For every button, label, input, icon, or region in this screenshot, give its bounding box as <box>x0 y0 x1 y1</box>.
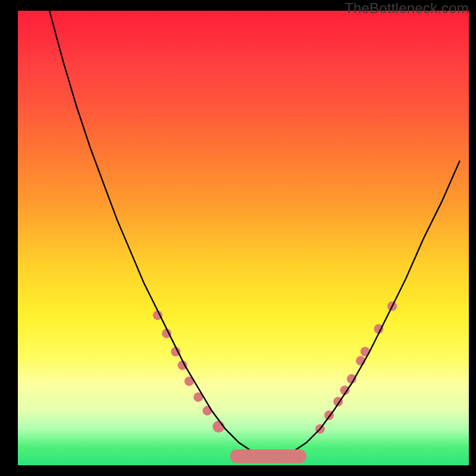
bottom-band-rect <box>230 449 306 463</box>
watermark-text: TheBottleneck.com <box>345 0 469 17</box>
marker-dot <box>212 421 224 433</box>
marker-dot <box>202 406 212 415</box>
bottleneck-curve <box>49 11 460 456</box>
plot-area <box>18 11 469 465</box>
chart-frame: TheBottleneck.com <box>0 0 476 476</box>
bottom-marker-band <box>230 449 306 463</box>
chart-svg <box>18 11 469 465</box>
